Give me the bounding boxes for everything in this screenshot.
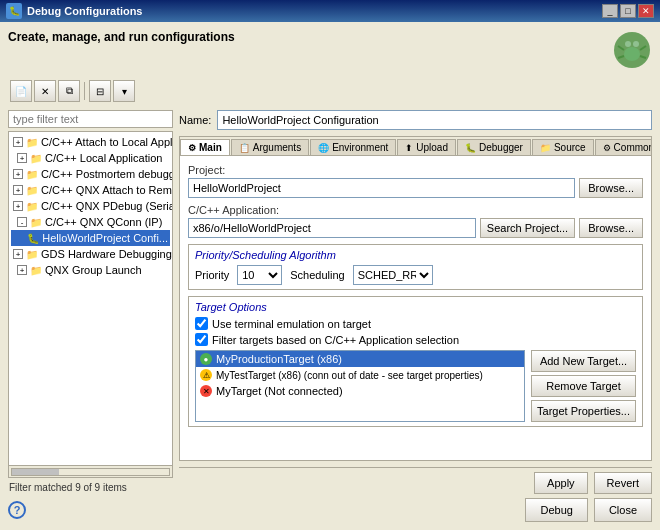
new-config-button[interactable]: 📄 xyxy=(10,80,32,102)
environment-tab-icon: 🌐 xyxy=(318,143,329,153)
filter-checkbox[interactable] xyxy=(195,333,208,346)
right-panel: Name: ⚙ Main 📋 Arguments 🌐 Envi xyxy=(179,110,652,494)
app-row: Search Project... Browse... xyxy=(188,218,643,238)
tab-environment[interactable]: 🌐 Environment xyxy=(310,139,396,155)
config-icon: 🐛 xyxy=(26,231,40,245)
tree-item-cxx-qnx-attach[interactable]: + 📁 C/C++ QNX Attach to Remob... xyxy=(11,182,170,198)
folder-icon: 📁 xyxy=(25,167,39,181)
tree-toggle-cxx-attach[interactable]: + xyxy=(13,137,23,147)
window-icon: 🐛 xyxy=(6,3,22,19)
target-item-mytarget[interactable]: ✕ MyTarget (Not connected) xyxy=(196,383,524,399)
apply-button[interactable]: Apply xyxy=(534,472,588,494)
maximize-button[interactable]: □ xyxy=(620,4,636,18)
target-list: ● MyProductionTarget (x86) ⚠ MyTestTarge… xyxy=(195,350,525,422)
remove-target-button[interactable]: Remove Target xyxy=(531,375,636,397)
target-properties-button[interactable]: Target Properties... xyxy=(531,400,636,422)
minimize-button[interactable]: _ xyxy=(602,4,618,18)
debugger-tab-icon: 🐛 xyxy=(465,143,476,153)
tree-toggle-cxx-qnx-pdebug[interactable]: + xyxy=(13,201,23,211)
tab-source[interactable]: 📁 Source xyxy=(532,139,594,155)
tree-item-cxx-qnx-pdebug[interactable]: + 📁 C/C++ QNX PDebug (Serial) xyxy=(11,198,170,214)
svg-point-3 xyxy=(624,47,640,61)
project-browse-button[interactable]: Browse... xyxy=(579,178,643,198)
toolbar-separator xyxy=(84,82,85,100)
apply-revert-bar: Apply Revert xyxy=(179,467,652,494)
name-bar: Name: xyxy=(179,110,652,130)
window-title: Debug Configurations xyxy=(27,5,143,17)
filter-status: Filter matched 9 of 9 items xyxy=(8,481,173,494)
tree-item-qnx-group[interactable]: + 📁 QNX Group Launch xyxy=(11,262,170,278)
search-project-button[interactable]: Search Project... xyxy=(480,218,575,238)
header-area: Create, manage, and run configurations xyxy=(8,30,652,70)
target-buttons: Add New Target... Remove Target Target P… xyxy=(531,350,636,422)
scheduling-label: Scheduling xyxy=(290,269,344,281)
target-status-icon-red: ✕ xyxy=(200,385,212,397)
tree-item-cxx-local[interactable]: + 📁 C/C++ Local Application xyxy=(11,150,170,166)
checkbox-filter-row: Filter targets based on C/C++ Applicatio… xyxy=(195,333,636,346)
duplicate-config-button[interactable]: ⧉ xyxy=(58,80,80,102)
app-input[interactable] xyxy=(188,218,476,238)
app-label: C/C++ Application: xyxy=(188,204,643,216)
name-label: Name: xyxy=(179,114,211,126)
project-input[interactable] xyxy=(188,178,575,198)
tab-bar: ⚙ Main 📋 Arguments 🌐 Environment ⬆ Uploa… xyxy=(180,137,651,156)
target-status-icon-yellow: ⚠ xyxy=(200,369,212,381)
main-tab-icon: ⚙ xyxy=(188,143,196,153)
tree-item-helloworld-config[interactable]: 🐛 HelloWorldProject Confi... xyxy=(11,230,170,246)
target-item-production[interactable]: ● MyProductionTarget (x86) xyxy=(196,351,524,367)
filter-checkbox-label: Filter targets based on C/C++ Applicatio… xyxy=(212,334,459,346)
priority-label: Priority xyxy=(195,269,229,281)
header-title: Create, manage, and run configurations xyxy=(8,30,235,44)
project-row: Browse... xyxy=(188,178,643,198)
arguments-tab-icon: 📋 xyxy=(239,143,250,153)
tree-item-cxx-attach[interactable]: + 📁 C/C++ Attach to Local Applic... xyxy=(11,134,170,150)
target-options-section: Target Options Use terminal emulation on… xyxy=(188,296,643,427)
main-split: + 📁 C/C++ Attach to Local Applic... + 📁 … xyxy=(8,110,652,494)
tree-container: + 📁 C/C++ Attach to Local Applic... + 📁 … xyxy=(8,131,173,466)
priority-select[interactable]: 10 xyxy=(237,265,282,285)
terminal-checkbox[interactable] xyxy=(195,317,208,330)
close-button[interactable]: Close xyxy=(594,498,652,522)
horizontal-scrollbar[interactable] xyxy=(11,468,170,476)
tab-debugger[interactable]: 🐛 Debugger xyxy=(457,139,531,155)
help-button[interactable]: ? xyxy=(8,501,26,519)
tab-arguments[interactable]: 📋 Arguments xyxy=(231,139,309,155)
scheduling-select[interactable]: SCHED_RR xyxy=(353,265,433,285)
tree-item-cxx-postmortem[interactable]: + 📁 C/C++ Postmortem debugger xyxy=(11,166,170,182)
collapse-all-button[interactable]: ⊟ xyxy=(89,80,111,102)
tab-upload[interactable]: ⬆ Upload xyxy=(397,139,456,155)
folder-icon: 📁 xyxy=(29,263,43,277)
folder-icon: 📁 xyxy=(29,215,43,229)
tab-common[interactable]: ⚙ Common xyxy=(595,139,651,155)
target-item-test[interactable]: ⚠ MyTestTarget (x86) (conn out of date -… xyxy=(196,367,524,383)
tree-horizontal-scroll[interactable] xyxy=(8,466,173,478)
app-browse-button[interactable]: Browse... xyxy=(579,218,643,238)
very-bottom-bar: ? Debug Close xyxy=(8,494,652,522)
tree-toggle-cxx-postmortem[interactable]: + xyxy=(13,169,23,179)
name-input[interactable] xyxy=(217,110,652,130)
delete-config-button[interactable]: ✕ xyxy=(34,80,56,102)
tab-main[interactable]: ⚙ Main xyxy=(180,139,230,156)
debug-button[interactable]: Debug xyxy=(525,498,587,522)
folder-icon: 📁 xyxy=(25,199,39,213)
tree-toggle-gds[interactable]: + xyxy=(13,249,23,259)
toolbar-menu-button[interactable]: ▾ xyxy=(113,80,135,102)
tree-item-cxx-qnx-qconn[interactable]: - 📁 C/C++ QNX QConn (IP) xyxy=(11,214,170,230)
tree-item-gds[interactable]: + 📁 GDS Hardware Debugging xyxy=(11,246,170,262)
terminal-checkbox-label: Use terminal emulation on target xyxy=(212,318,371,330)
filter-input[interactable] xyxy=(8,110,173,128)
window-close-button[interactable]: ✕ xyxy=(638,4,654,18)
add-new-target-button[interactable]: Add New Target... xyxy=(531,350,636,372)
tree-toggle-cxx-qnx-attach[interactable]: + xyxy=(13,185,23,195)
tree-toggle-cxx-local[interactable]: + xyxy=(17,153,27,163)
toolbar: 📄 ✕ ⧉ ⊟ ▾ xyxy=(8,78,652,104)
tree-toggle-cxx-qnx-qconn[interactable]: - xyxy=(17,217,27,227)
tabs-container: ⚙ Main 📋 Arguments 🌐 Environment ⬆ Uploa… xyxy=(179,136,652,461)
revert-button[interactable]: Revert xyxy=(594,472,652,494)
folder-icon: 📁 xyxy=(25,247,39,261)
source-tab-icon: 📁 xyxy=(540,143,551,153)
svg-point-2 xyxy=(633,41,639,47)
app-section: C/C++ Application: Search Project... Bro… xyxy=(188,204,643,238)
project-section: Project: Browse... xyxy=(188,164,643,198)
tree-toggle-qnx-group[interactable]: + xyxy=(17,265,27,275)
